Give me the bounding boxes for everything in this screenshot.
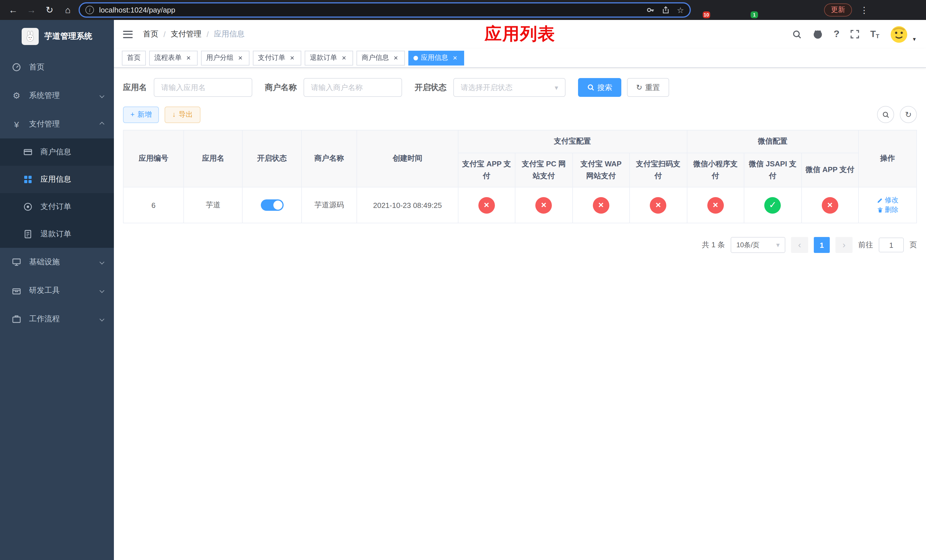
payment-submenu: 商户信息 应用信息 支付订单 (0, 138, 114, 248)
goto-page-input[interactable] (879, 238, 904, 253)
avatar-caret-icon[interactable]: ▾ (913, 36, 916, 42)
group-header-alipay: 支付宝配置 (458, 130, 687, 153)
extension-orange-icon[interactable] (808, 5, 819, 15)
page-unit-label: 页 (909, 240, 917, 250)
extension-dark-icon[interactable] (728, 5, 738, 15)
tab-pay-order[interactable]: 支付订单 × (253, 50, 301, 65)
close-icon[interactable]: × (451, 54, 459, 62)
tab-refund-order[interactable]: 退款订单 × (305, 50, 353, 65)
breadcrumb-payment[interactable]: 支付管理 (171, 29, 201, 39)
merchant-name-input[interactable] (304, 78, 402, 97)
extension-green-circle-icon[interactable] (760, 5, 770, 15)
extension-diamond-icon[interactable] (713, 5, 723, 15)
sidebar-item-workflow[interactable]: 工作流程 (0, 305, 114, 333)
font-size-icon[interactable]: TT (870, 29, 879, 39)
chevron-down-icon: ▾ (555, 83, 558, 91)
status-icon: ✓ (764, 197, 781, 213)
close-icon[interactable]: × (392, 54, 400, 62)
briefcase-icon (11, 315, 22, 324)
status-icon: × (593, 197, 609, 213)
sidebar-item-payment[interactable]: ¥ 支付管理 (0, 110, 114, 138)
top-navbar: 首页 / 支付管理 / 应用信息 应用列表 ? (114, 20, 926, 48)
avatar[interactable] (890, 25, 908, 43)
merchant-name-label: 商户名称 (265, 82, 297, 92)
refresh-table-button[interactable]: ↻ (900, 106, 917, 123)
sidebar-item-label: 退款订单 (41, 229, 71, 239)
browser-forward-icon[interactable]: → (24, 3, 39, 17)
navbar-actions: ? TT ▾ (792, 25, 916, 43)
sidebar-item-pay-order[interactable]: 支付订单 (0, 193, 114, 221)
status-label: 开启状态 (415, 82, 446, 92)
extension-grid-icon[interactable]: 10 (696, 5, 707, 15)
browser-extensions: 10 1 更新 ⋮ (694, 3, 873, 17)
edit-button[interactable]: 修改 (877, 196, 899, 205)
address-bar[interactable]: i localhost:1024/pay/app ☆ (79, 2, 691, 18)
status-toggle[interactable] (260, 200, 283, 211)
search-icon[interactable] (792, 29, 802, 39)
close-icon[interactable]: × (236, 54, 244, 62)
main-area: 首页 / 支付管理 / 应用信息 应用列表 ? (114, 20, 926, 560)
help-icon[interactable]: ? (834, 29, 840, 40)
share-icon[interactable] (662, 6, 670, 14)
browser-home-icon[interactable]: ⌂ (61, 3, 75, 17)
site-info-icon[interactable]: i (85, 6, 94, 14)
reset-button[interactable]: ↻ 重置 (627, 78, 669, 97)
sidebar-item-system[interactable]: ⚙ 系统管理 (0, 82, 114, 110)
active-dot-icon (413, 56, 418, 60)
toolbox-icon (11, 286, 22, 295)
browser-reload-icon[interactable]: ↻ (42, 3, 57, 17)
fullscreen-icon[interactable] (850, 30, 859, 39)
app-name-input[interactable] (154, 78, 252, 97)
browser-update-button[interactable]: 更新 (824, 3, 852, 17)
extension-green-square-icon[interactable] (776, 5, 787, 15)
sidebar-collapse-icon[interactable] (122, 28, 134, 40)
tab-app-info[interactable]: 应用信息 × (409, 50, 464, 65)
add-button[interactable]: + 新增 (123, 106, 159, 123)
github-icon[interactable] (813, 29, 823, 39)
close-icon[interactable]: × (340, 54, 348, 62)
delete-button[interactable]: 删除 (877, 205, 899, 215)
table-toolbar: + 新增 ↓ 导出 (123, 106, 917, 123)
tags-view: 首页 流程表单 × 用户分组 × 支付订单 × 退款订单 × (114, 48, 926, 68)
sidebar-item-infra[interactable]: 基础设施 (0, 248, 114, 276)
browser-profile-icon[interactable]: 1 (744, 5, 755, 15)
col-header-alipay-app: 支付宝 APP 支付 (458, 153, 515, 188)
page-number-button[interactable]: 1 (814, 237, 830, 253)
trash-icon (877, 207, 883, 213)
search-icon (587, 84, 595, 91)
bookmark-star-icon[interactable]: ☆ (677, 5, 684, 15)
status-select[interactable]: 请选择开启状态 ▾ (453, 78, 566, 97)
col-header-alipay-wap: 支付宝 WAP 网站支付 (572, 153, 629, 188)
filter-form: 应用名 商户名称 开启状态 请选择开启状态 ▾ 搜索 (123, 78, 917, 97)
toggle-search-button[interactable] (877, 106, 894, 123)
tab-home[interactable]: 首页 (122, 50, 146, 65)
sidebar-item-refund-order[interactable]: 退款订单 (0, 221, 114, 248)
export-button[interactable]: ↓ 导出 (165, 106, 200, 123)
chevron-down-icon (100, 288, 104, 293)
browser-toolbar: ← → ↻ ⌂ i localhost:1024/pay/app ☆ (0, 0, 926, 20)
sidebar-item-app-info[interactable]: 应用信息 (0, 166, 114, 193)
screen: ← → ↻ ⌂ i localhost:1024/pay/app ☆ (0, 0, 926, 560)
tab-user-group[interactable]: 用户分组 × (201, 50, 250, 65)
url-text: localhost:1024/pay/app (99, 6, 642, 14)
status-icon: × (536, 197, 552, 213)
sidebar-item-label: 应用信息 (41, 174, 71, 185)
prev-page-button[interactable]: ‹ (791, 237, 808, 253)
chevron-down-icon (100, 260, 104, 265)
browser-menu-icon[interactable]: ⋮ (858, 5, 871, 15)
close-icon[interactable]: × (185, 54, 192, 62)
page-size-select[interactable]: 10条/页 ▾ (731, 237, 785, 253)
sidebar-item-merchant-info[interactable]: 商户信息 (0, 138, 114, 166)
tab-process-form[interactable]: 流程表单 × (149, 50, 198, 65)
password-key-icon[interactable] (647, 6, 655, 14)
breadcrumb-home[interactable]: 首页 (143, 29, 158, 39)
extension-gray-icon[interactable] (792, 5, 802, 15)
tab-merchant-info[interactable]: 商户信息 × (357, 50, 405, 65)
next-page-button[interactable]: › (835, 237, 853, 253)
search-button[interactable]: 搜索 (578, 78, 621, 97)
sidebar-item-dev-tools[interactable]: 研发工具 (0, 276, 114, 305)
close-icon[interactable]: × (288, 54, 296, 62)
app-logo[interactable]: 芋道管理系统 (0, 20, 114, 53)
sidebar-item-home[interactable]: 首页 (0, 53, 114, 82)
browser-back-icon[interactable]: ← (6, 3, 21, 17)
